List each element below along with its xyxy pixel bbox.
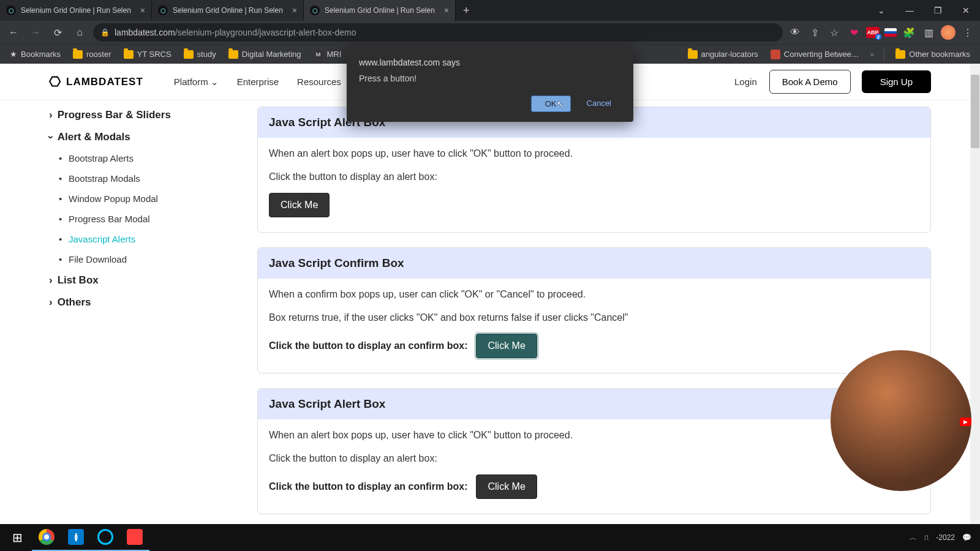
close-icon[interactable]: × <box>140 6 145 15</box>
tab-title: Selenium Grid Online | Run Selen <box>21 6 137 15</box>
bookmark-item[interactable]: rooster <box>68 47 116 61</box>
nav-platform[interactable]: Platform ⌄ <box>174 77 219 88</box>
taskbar-app[interactable] <box>120 524 149 551</box>
card-text: When a confirm box pops up, user can cli… <box>269 287 919 302</box>
bookmark-item[interactable]: Digital Marketing <box>224 47 306 61</box>
minimize-button[interactable]: ― <box>895 0 924 21</box>
close-icon[interactable]: × <box>292 6 297 15</box>
confirm-card: Java Script Confirm Box When a confirm b… <box>257 247 931 373</box>
bookmark-item[interactable]: study <box>179 47 221 61</box>
folder-icon <box>688 50 698 59</box>
card-text: Box returns true, if the user clicks "OK… <box>269 310 919 325</box>
click-me-button[interactable]: Click Me <box>476 334 537 358</box>
chevron-right-icon: › <box>49 109 53 121</box>
card-strong: Click the button to display an confirm b… <box>269 340 467 351</box>
tab-strip: ⬡ Selenium Grid Online | Run Selen × ⬡ S… <box>0 0 477 21</box>
login-link[interactable]: Login <box>734 77 757 87</box>
card-text: Click the button to display an alert box… <box>269 451 919 466</box>
book-demo-button[interactable]: Book A Demo <box>769 70 851 94</box>
logo[interactable]: ⎔ LAMBDATEST <box>49 74 143 90</box>
browser-tab[interactable]: ⬡ Selenium Grid Online | Run Selen × <box>0 0 152 21</box>
sidebar-group-listbox[interactable]: ›List Box <box>49 269 221 291</box>
bookmark-star-icon[interactable]: ☆ <box>827 25 842 40</box>
taskbar-chrome[interactable] <box>32 524 61 551</box>
favicon-icon: ⬡ <box>158 6 168 15</box>
flag-icon[interactable] <box>884 28 897 37</box>
bookmark-item[interactable]: MMRI <box>309 47 347 62</box>
scrollbar[interactable] <box>970 64 980 524</box>
bookmark-item[interactable]: ★Bookmarks <box>5 47 66 61</box>
lock-icon: 🔒 <box>100 28 110 37</box>
sidebar-item[interactable]: Bootstrap Modals <box>69 168 221 189</box>
other-bookmarks[interactable]: Other bookmarks <box>891 47 975 61</box>
tray-chevron-icon[interactable]: ︿ <box>910 533 917 543</box>
close-icon[interactable]: × <box>444 6 449 15</box>
main-area: Java Script Alert Box When an alert box … <box>257 107 931 524</box>
notification-icon[interactable]: 💬 <box>962 533 971 542</box>
browser-tab-active[interactable]: ⬡ Selenium Grid Online | Run Selen × <box>304 0 456 21</box>
share-icon[interactable]: ⇪ <box>807 25 822 40</box>
folder-icon <box>228 50 238 59</box>
reload-button[interactable]: ⟳ <box>49 24 66 41</box>
dialog-ok-button[interactable]: OK↖ <box>531 96 571 112</box>
chevron-right-icon: › <box>49 274 53 287</box>
bookmark-item[interactable]: YT SRCS <box>119 47 176 61</box>
tray-icon[interactable]: ⎍ <box>924 533 929 542</box>
card-text: Click the button to display an alert box… <box>269 170 919 184</box>
profile-avatar[interactable] <box>941 25 956 40</box>
signup-button[interactable]: Sign Up <box>862 70 931 93</box>
tray-date: -2022 <box>936 533 955 542</box>
back-button[interactable]: ← <box>5 24 22 41</box>
browser-tab[interactable]: ⬡ Selenium Grid Online | Run Selen × <box>152 0 304 21</box>
bookmark-item[interactable]: Converting Betwee… <box>766 47 864 62</box>
incognito-icon[interactable]: 👁 <box>788 25 802 40</box>
bookmark-label: Other bookmarks <box>909 50 970 59</box>
sidebar-group-alerts[interactable]: ›Alert & Modals <box>49 126 221 148</box>
menu-icon[interactable]: ⋮ <box>960 25 975 40</box>
sidebar-item-active[interactable]: Javascript Alerts <box>69 229 221 249</box>
card-title: Java Script Confirm Box <box>258 248 930 279</box>
new-tab-button[interactable]: + <box>456 0 477 21</box>
adblock-icon[interactable]: ABP2 <box>866 27 880 38</box>
webcam-overlay: SUBSCRIBE ▶ <box>831 350 971 491</box>
site-icon: M <box>314 50 323 59</box>
home-button[interactable]: ⌂ <box>71 24 88 41</box>
maximize-button[interactable]: ❐ <box>924 0 952 21</box>
bookmark-item[interactable]: angular-locators <box>683 47 763 61</box>
browser-titlebar: ⬡ Selenium Grid Online | Run Selen × ⬡ S… <box>0 0 980 21</box>
extension-icon[interactable]: ❤ <box>846 25 861 40</box>
nav-enterprise[interactable]: Enterprise <box>237 77 279 88</box>
scrollbar-thumb[interactable] <box>971 75 979 148</box>
bookmark-label: rooster <box>86 50 111 59</box>
sidebar-item[interactable]: Bootstrap Alerts <box>69 148 221 168</box>
sidebar-item[interactable]: Window Popup Modal <box>69 189 221 209</box>
sidepanel-icon[interactable]: ▥ <box>921 25 936 40</box>
click-me-button[interactable]: Click Me <box>269 193 330 217</box>
logo-mark-icon: ⎔ <box>49 74 61 90</box>
sidebar-item[interactable]: Progress Bar Modal <box>69 209 221 229</box>
forward-button[interactable]: → <box>27 24 44 41</box>
system-tray[interactable]: ︿ ⎍ -2022 💬 <box>910 533 978 543</box>
bookmark-label: YT SRCS <box>137 50 172 59</box>
js-confirm-dialog: www.lambdatest.com says Press a button! … <box>347 47 633 122</box>
close-window-button[interactable]: ✕ <box>952 0 980 21</box>
folder-icon <box>124 50 134 59</box>
tab-search-icon[interactable]: ⌄ <box>867 0 895 21</box>
bookmark-label: Bookmarks <box>21 50 61 59</box>
dialog-cancel-button[interactable]: Cancel <box>577 96 621 112</box>
taskbar-vscode[interactable]: ≬ <box>61 524 91 551</box>
extensions-puzzle-icon[interactable]: 🧩 <box>902 25 916 40</box>
sidebar-group-progress[interactable]: ›Progress Bar & Sliders <box>49 109 221 126</box>
chevron-right-icon: › <box>49 296 53 309</box>
start-button[interactable]: ⊞ <box>2 524 32 551</box>
overflow-chevron-icon[interactable]: » <box>867 50 878 59</box>
sidebar-group-label: Progress Bar & Sliders <box>58 109 171 121</box>
sidebar-group-others[interactable]: ›Others <box>49 291 221 313</box>
bookmark-label: angular-locators <box>701 50 758 59</box>
nav-resources[interactable]: Resources <box>297 77 341 88</box>
url-input[interactable]: 🔒 lambdatest.com/selenium-playground/jav… <box>93 23 783 42</box>
taskbar-app[interactable] <box>91 524 120 551</box>
click-me-button[interactable]: Click Me <box>476 474 537 499</box>
sidebar: ›Progress Bar & Sliders ›Alert & Modals … <box>49 107 221 524</box>
sidebar-item[interactable]: File Download <box>69 249 221 269</box>
